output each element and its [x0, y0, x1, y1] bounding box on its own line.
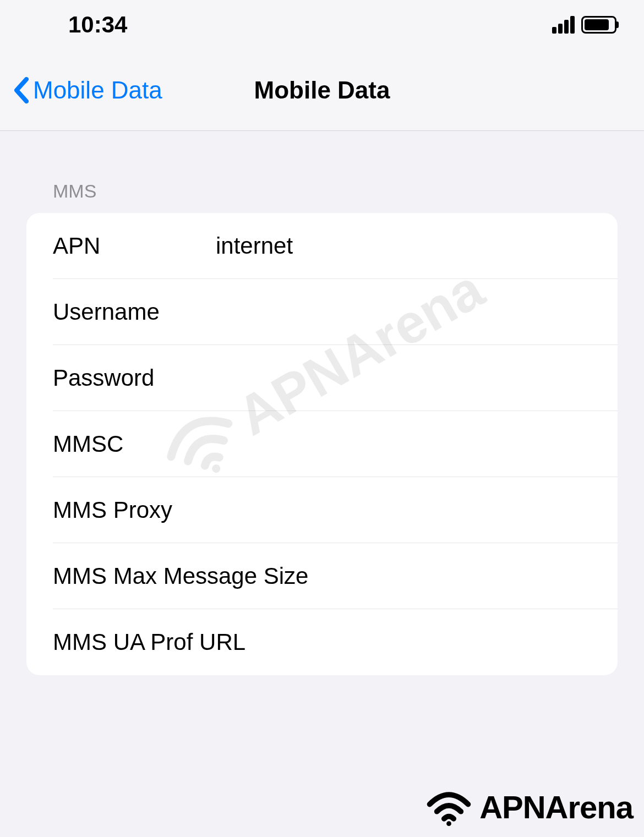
password-label: Password: [53, 365, 216, 391]
settings-group: APN Username Password MMSC MMS Proxy MMS…: [26, 213, 618, 675]
status-indicators: [552, 16, 616, 34]
apn-row[interactable]: APN: [26, 213, 618, 279]
mms-max-size-row[interactable]: MMS Max Message Size: [26, 543, 618, 609]
mms-proxy-input[interactable]: [216, 497, 618, 523]
status-time: 10:34: [68, 12, 127, 38]
back-button[interactable]: Mobile Data: [13, 76, 162, 104]
back-label: Mobile Data: [33, 76, 162, 104]
apn-input[interactable]: [216, 233, 618, 259]
content: MMS APN Username Password MMSC MMS Proxy: [0, 131, 644, 675]
mms-ua-prof-url-row[interactable]: MMS UA Prof URL: [26, 609, 618, 675]
chevron-left-icon: [13, 77, 29, 103]
mms-ua-prof-url-label: MMS UA Prof URL: [53, 629, 618, 655]
watermark-text: APNArena: [479, 789, 633, 825]
password-input[interactable]: [216, 365, 618, 391]
watermark-bottom: APNArena: [423, 787, 633, 826]
wifi-icon: [423, 787, 475, 826]
status-bar: 10:34: [0, 0, 644, 50]
svg-point-1: [446, 821, 451, 826]
page-title: Mobile Data: [254, 76, 390, 104]
mms-proxy-row[interactable]: MMS Proxy: [26, 477, 618, 543]
apn-label: APN: [53, 233, 216, 259]
password-row[interactable]: Password: [26, 345, 618, 411]
mms-proxy-label: MMS Proxy: [53, 497, 216, 523]
username-input[interactable]: [216, 299, 618, 325]
nav-bar: Mobile Data Mobile Data: [0, 50, 644, 131]
cellular-signal-icon: [552, 16, 575, 34]
username-label: Username: [53, 299, 216, 325]
section-header: MMS: [26, 131, 618, 213]
battery-icon: [581, 16, 616, 34]
mmsc-row[interactable]: MMSC: [26, 411, 618, 477]
username-row[interactable]: Username: [26, 279, 618, 345]
mms-max-size-label: MMS Max Message Size: [53, 563, 618, 589]
mmsc-label: MMSC: [53, 431, 216, 457]
mmsc-input[interactable]: [216, 431, 618, 457]
